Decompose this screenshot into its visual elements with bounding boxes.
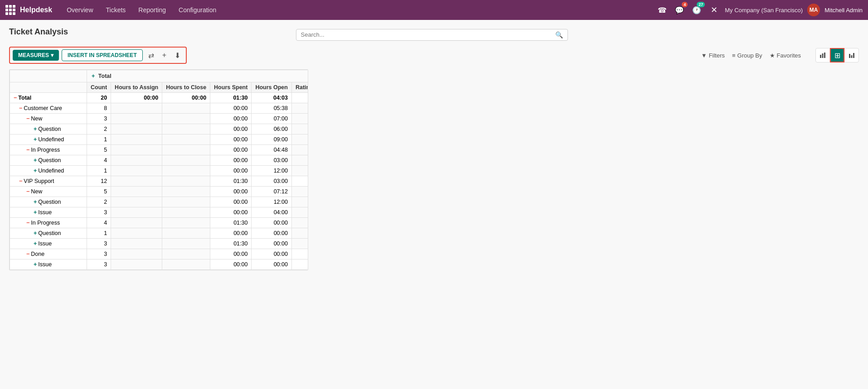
col-hours-open: Hours Open (252, 82, 292, 93)
svg-rect-3 (849, 54, 850, 58)
pivot-table: + Total Count Hours to Assign Hours to C… (9, 69, 308, 270)
table-row: +Issue300:0000:004.00 (10, 259, 309, 270)
page-title: Ticket Analysis (9, 27, 68, 37)
expand-icon[interactable]: − (26, 251, 29, 257)
table-row: +Issue300:0004:00 (10, 207, 309, 218)
toolbar: MEASURES ▾ INSERT IN SPREADSHEET ⇄ + ⬇ ▼… (9, 47, 859, 64)
add-icon[interactable]: + (160, 50, 169, 60)
expand-icon[interactable]: − (26, 188, 29, 195)
table-row: +Question200:0012:00 (10, 197, 309, 207)
table-row: +Undefined100:0009:00 (10, 134, 309, 145)
dropdown-arrow-icon: ▾ (51, 52, 53, 58)
top-menu: Overview Tickets Reporting Configuration (61, 5, 656, 15)
search-input[interactable] (301, 31, 555, 38)
toolbar-left-group: MEASURES ▾ INSERT IN SPREADSHEET ⇄ + ⬇ (9, 47, 187, 64)
svg-rect-4 (851, 55, 853, 58)
table-row: +Question400:0003:00 (10, 155, 309, 166)
col-hours-close: Hours to Close (162, 82, 210, 93)
svg-rect-5 (853, 53, 854, 58)
svg-rect-2 (824, 53, 825, 58)
filter-icon: ▼ (701, 52, 707, 59)
col-rating: Rating (/5) (291, 82, 308, 93)
expand-icon[interactable]: − (14, 95, 17, 101)
groupby-button[interactable]: ≡ Group By (732, 52, 762, 59)
menu-tickets[interactable]: Tickets (101, 5, 131, 15)
table-row: −In Progress401:3000:00 (10, 218, 309, 228)
settings-icon[interactable]: ⇄ (145, 50, 157, 61)
chat-icon[interactable]: 💬 4 (673, 4, 686, 16)
table-row: −Done300:0000:004.00 (10, 249, 309, 259)
table-row: −Customer Care800:0005:38 (10, 103, 309, 114)
table-row: +Issue301:3000:00 (10, 239, 309, 249)
expand-icon[interactable]: + (34, 168, 37, 174)
table-row: +Question100:0000:00 (10, 228, 309, 239)
download-icon[interactable]: ⬇ (172, 50, 183, 61)
pivot-view-button[interactable]: ⊞ (830, 48, 844, 62)
expand-icon[interactable]: − (26, 220, 29, 226)
company-name: My Company (San Francisco) (725, 7, 803, 14)
expand-icon[interactable]: + (34, 209, 37, 216)
close-icon[interactable]: ✕ (708, 4, 720, 16)
filters-button[interactable]: ▼ Filters (701, 52, 725, 59)
line-chart-view-button[interactable] (844, 48, 859, 62)
avatar[interactable]: MA (807, 4, 820, 16)
insert-spreadsheet-button[interactable]: INSERT IN SPREADSHEET (62, 49, 143, 61)
col-count: Count (87, 82, 111, 93)
favorites-button[interactable]: ★ Favorites (770, 52, 801, 59)
expand-icon[interactable]: + (34, 136, 37, 143)
search-icon: 🔍 (555, 31, 563, 38)
expand-icon[interactable]: − (26, 115, 29, 122)
expand-icon[interactable]: − (19, 105, 22, 111)
filter-group: ▼ Filters ≡ Group By ★ Favorites (701, 52, 801, 59)
col-header-total: + Total (87, 70, 309, 82)
star-icon: ★ (770, 52, 775, 59)
clock-badge: 27 (697, 2, 705, 7)
chat-badge: 4 (682, 2, 688, 7)
table-row: −Total2000:0000:0001:3004:034.00 (10, 93, 309, 103)
table-row: +Undefined100:0012:00 (10, 166, 309, 176)
expand-icon[interactable]: + (34, 261, 37, 268)
measures-button[interactable]: MEASURES ▾ (13, 50, 59, 61)
svg-rect-1 (822, 53, 824, 58)
admin-name: Mitchell Admin (824, 7, 863, 14)
col-hours-spent: Hours Spent (210, 82, 252, 93)
expand-icon[interactable]: + (34, 157, 37, 163)
expand-icon[interactable]: + (34, 126, 37, 132)
top-right-actions: ☎ 💬 4 🕐 27 ✕ My Company (San Francisco) … (656, 4, 863, 16)
menu-reporting[interactable]: Reporting (133, 5, 171, 15)
svg-rect-0 (820, 55, 821, 58)
top-navigation: Helpdesk Overview Tickets Reporting Conf… (0, 0, 868, 20)
expand-icon[interactable]: − (19, 178, 22, 184)
clock-icon[interactable]: 🕐 27 (690, 4, 703, 16)
bar-chart-view-button[interactable] (815, 48, 830, 62)
table-row: −New300:0007:00 (10, 114, 309, 124)
expand-icon[interactable]: + (34, 230, 37, 236)
page-content: Ticket Analysis 🔍 MEASURES ▾ INSERT IN S… (0, 20, 868, 389)
phone-icon[interactable]: ☎ (656, 4, 669, 16)
brand-title[interactable]: Helpdesk (20, 6, 52, 14)
menu-configuration[interactable]: Configuration (173, 5, 222, 15)
expand-icon[interactable]: + (34, 240, 37, 247)
col-hours-assign: Hours to Assign (111, 82, 162, 93)
table-row: +Question200:0006:00 (10, 124, 309, 134)
table-row: −In Progress500:0004:48 (10, 145, 309, 155)
table-row: −New500:0007:12 (10, 187, 309, 197)
expand-icon[interactable]: + (34, 199, 37, 205)
grid-menu-icon[interactable] (5, 5, 15, 15)
add-col-icon[interactable]: + (92, 73, 95, 79)
groupby-icon: ≡ (732, 52, 736, 59)
expand-icon[interactable]: − (26, 147, 29, 153)
table-row: −VIP Support1201:3003:004.00 (10, 176, 309, 187)
menu-overview[interactable]: Overview (61, 5, 98, 15)
